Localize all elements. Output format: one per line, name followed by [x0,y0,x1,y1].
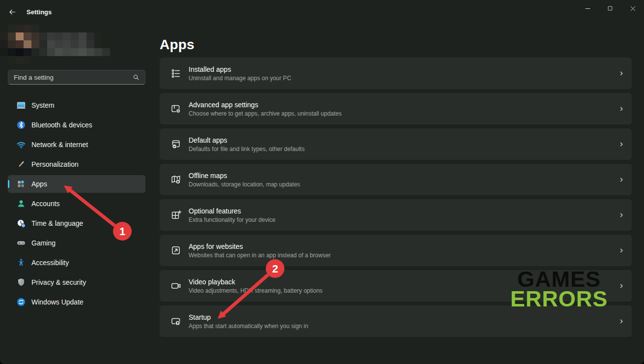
avatar-pixel [86,25,94,32]
row-subtitle: Websites that can open in an app instead… [189,252,331,259]
avatar-pixel [63,32,71,40]
row-subtitle: Uninstall and manage apps on your PC [189,75,291,82]
avatar-pixel [31,25,39,32]
settings-row-default-apps[interactable]: Default appsDefaults for file and link t… [160,128,632,160]
sidebar-item-label: Time & language [31,219,83,227]
avatar-pixel [55,40,63,48]
avatar-pixel [24,40,31,48]
avatar-pixel [71,48,79,56]
avatar-pixel [79,56,86,64]
back-button[interactable] [5,5,20,19]
advanced-app-settings-icon [170,103,182,115]
settings-row-offline-maps[interactable]: Offline mapsDownloads, storage location,… [160,164,632,195]
avatar-pixel [102,56,110,64]
apps-icon [16,179,26,189]
chevron-right-icon: › [620,244,623,255]
chevron-right-icon: › [620,67,623,78]
settings-row-advanced-app-settings[interactable]: Advanced app settingsChoose where to get… [160,93,632,124]
sidebar-item-label: Accounts [31,200,60,208]
settings-row-installed-apps[interactable]: Installed appsUninstall and manage apps … [160,58,632,89]
sidebar-item-bluetooth[interactable]: Bluetooth & devices [8,116,145,134]
avatar-pixel [24,48,31,56]
avatar-pixel [94,25,102,32]
avatar-pixel [102,48,110,56]
avatar-pixel [39,40,47,48]
sidebar-item-accounts[interactable]: Accounts [8,195,145,212]
search-input[interactable] [8,74,132,81]
row-text: Apps for websitesWebsites that can open … [189,243,331,259]
avatar-pixel [8,32,16,40]
close-icon [629,4,637,13]
sidebar-item-network[interactable]: Network & internet [8,136,145,153]
row-title: Apps for websites [189,243,331,250]
sidebar-item-label: System [31,101,55,109]
chevron-right-icon: › [620,174,623,184]
offline-maps-icon [170,174,182,185]
avatar-pixel [8,56,16,64]
avatar-pixel [0,48,8,56]
sidebar-item-label: Accessibility [31,259,69,267]
settings-row-apps-for-websites[interactable]: Apps for websitesWebsites that can open … [160,235,632,266]
close-button[interactable] [621,0,644,17]
settings-row-optional-features[interactable]: Optional featuresExtra functionality for… [160,199,632,231]
sidebar-item-gaming[interactable]: Gaming [8,234,145,252]
avatar-pixel [55,56,63,64]
avatar-pixel [47,56,55,64]
sidebar-nav: SystemBluetooth & devicesNetwork & inter… [8,96,145,313]
page-title: Apps [160,37,195,53]
avatar-pixel [86,48,94,56]
accounts-icon [16,199,26,209]
settings-row-video-playback[interactable]: Video playbackVideo adjustments, HDR str… [160,270,632,302]
row-text: Installed appsUninstall and manage apps … [189,65,291,82]
avatar-pixel [0,25,8,32]
row-subtitle: Downloads, storage location, map updates [189,181,300,188]
chevron-right-icon: › [620,138,623,149]
avatar-pixel [0,56,8,64]
row-text: Video playbackVideo adjustments, HDR str… [189,278,323,294]
minimize-button[interactable] [576,0,599,17]
avatar-pixel [39,32,47,40]
sidebar-item-update[interactable]: Windows Update [8,293,145,311]
avatar-pixel [31,56,39,64]
sidebar-item-apps[interactable]: Apps [8,175,145,193]
avatar-pixel [63,25,71,32]
accessibility-icon [16,258,26,268]
back-arrow-icon [8,7,17,17]
system-icon [16,100,26,110]
row-title: Offline maps [189,172,300,180]
gaming-icon [16,238,26,248]
row-title: Installed apps [189,65,291,73]
avatar-pixel [0,40,8,48]
search-box[interactable] [8,70,145,85]
row-title: Video playback [189,278,323,286]
row-subtitle: Apps that start automatically when you s… [189,323,308,330]
sidebar-item-label: Windows Update [31,298,84,306]
chevron-right-icon: › [620,280,623,291]
avatar-pixel [63,48,71,56]
video-playback-icon [170,280,182,292]
optional-features-icon [170,209,182,221]
sidebar-item-system[interactable]: System [8,96,145,114]
maximize-icon [606,4,614,12]
avatar-pixel [47,40,55,48]
avatar-pixel [55,32,63,40]
avatar-pixel [86,56,94,64]
sidebar-item-time[interactable]: Time & language [8,214,145,232]
sidebar-item-label: Personalization [31,160,79,168]
avatar-pixel [79,48,86,56]
selected-indicator [8,180,9,188]
sidebar-item-personalization[interactable]: Personalization [8,155,145,173]
avatar-pixel [94,48,102,56]
sidebar-item-label: Privacy & security [31,278,86,286]
maximize-button[interactable] [599,0,621,17]
time-icon [16,218,26,228]
avatar-pixel [24,25,31,32]
settings-row-startup[interactable]: StartupApps that start automatically whe… [160,305,632,337]
sidebar-item-accessibility[interactable]: Accessibility [8,254,145,272]
avatar-pixel [39,48,47,56]
avatar-pixel [31,40,39,48]
row-title: Default apps [189,136,305,144]
row-subtitle: Choose where to get apps, archive apps, … [189,110,342,117]
update-icon [16,297,26,307]
sidebar-item-privacy[interactable]: Privacy & security [8,273,145,291]
